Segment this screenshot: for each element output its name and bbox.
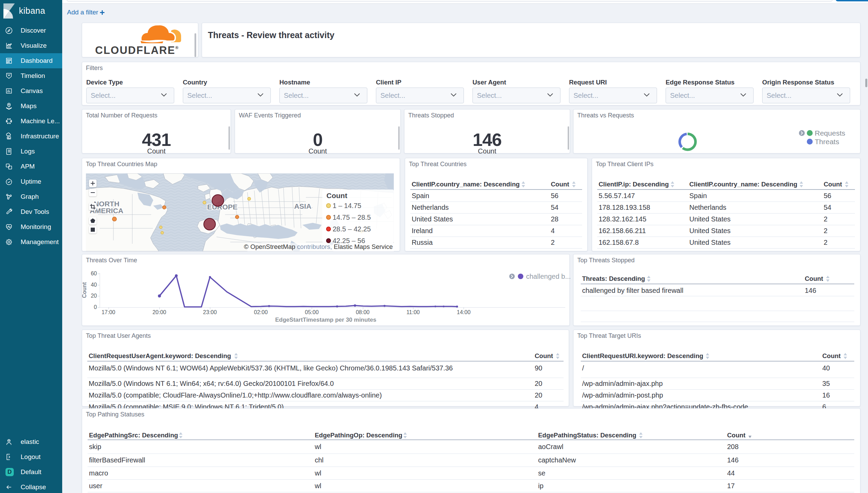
svg-text:14.75 – 28.5: 14.75 – 28.5 [333,214,371,221]
svg-text:© OpenStreetMap contributors,: © OpenStreetMap contributors, Elastic Ma… [244,243,393,250]
svg-text:Count: Count [326,192,347,199]
svg-text:ASIA: ASIA [294,202,311,210]
svg-text:28.5 – 42.25: 28.5 – 42.25 [333,225,371,233]
svg-text:1 – 14.75: 1 – 14.75 [333,202,361,209]
